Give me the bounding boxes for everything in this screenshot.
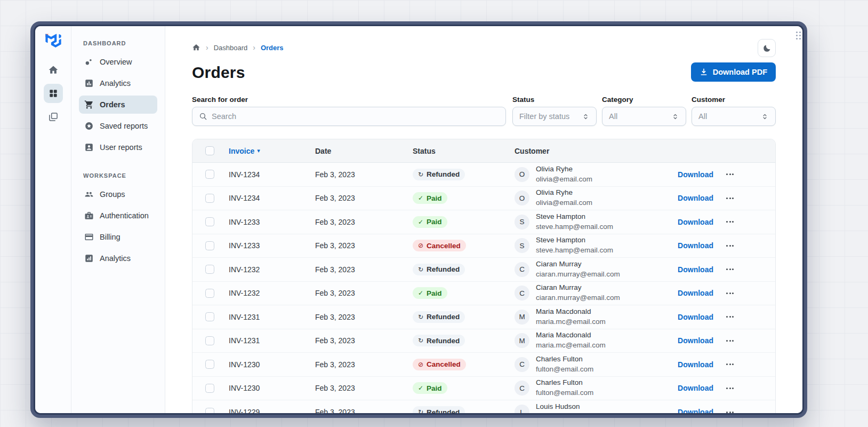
ellipsis-icon[interactable] xyxy=(726,385,734,391)
ellipsis-icon[interactable] xyxy=(726,219,734,225)
sidebar-item-groups[interactable]: Groups xyxy=(79,185,157,203)
block-icon: ⊘ xyxy=(418,242,423,249)
customer-name: Ciaran Murray xyxy=(536,283,620,293)
sidebar-item-label: Overview xyxy=(100,58,132,66)
download-link[interactable]: Download xyxy=(678,360,713,369)
sidebar-item-billing[interactable]: Billing xyxy=(79,228,157,246)
download-link[interactable]: Download xyxy=(678,289,713,297)
customer-name: Charles Fulton xyxy=(536,354,593,365)
row-checkbox[interactable] xyxy=(205,408,214,413)
download-link[interactable]: Download xyxy=(678,170,713,179)
row-checkbox[interactable] xyxy=(205,194,214,203)
theme-toggle-button[interactable] xyxy=(758,39,776,57)
download-link[interactable]: Download xyxy=(678,336,713,345)
filter-group-category: CategoryAll xyxy=(602,96,686,126)
rail-item-dashboard[interactable] xyxy=(44,84,63,103)
status-badge: ↻Refunded xyxy=(413,406,465,413)
home-icon[interactable] xyxy=(192,43,200,52)
column-header-customer[interactable]: Customer xyxy=(512,147,626,155)
sidebar-item-overview[interactable]: Overview xyxy=(79,53,157,71)
search-field[interactable] xyxy=(192,107,506,126)
date-cell: Feb 3, 2023 xyxy=(315,408,413,413)
invoice-cell: INV-1232 xyxy=(229,265,315,274)
table-row: INV-1230Feb 3, 2023⊘CancelledCCharles Fu… xyxy=(192,353,775,377)
filter-select-category[interactable]: All xyxy=(602,107,686,126)
ellipsis-icon[interactable] xyxy=(726,266,734,272)
sidebar-item-analytics[interactable]: Analytics xyxy=(79,249,157,267)
ellipsis-icon[interactable] xyxy=(726,338,734,344)
breadcrumb-item-dashboard[interactable]: Dashboard xyxy=(214,44,248,52)
row-actions: Download xyxy=(626,313,775,321)
ellipsis-icon[interactable] xyxy=(726,290,734,296)
row-checkbox[interactable] xyxy=(205,360,214,369)
download-link[interactable]: Download xyxy=(678,241,713,250)
row-checkbox[interactable] xyxy=(205,241,214,250)
sidebar-item-orders[interactable]: Orders xyxy=(79,96,157,114)
window-scrollbar[interactable] xyxy=(796,31,801,39)
customer-name: Maria Macdonald xyxy=(536,330,606,341)
ellipsis-icon[interactable] xyxy=(726,409,734,413)
customer-email: ciaran.murray@email.com xyxy=(536,270,620,280)
customer-email: olivia@email.com xyxy=(536,198,592,208)
ellipsis-icon[interactable] xyxy=(726,195,734,201)
row-checkbox-cell xyxy=(192,336,229,345)
row-checkbox[interactable] xyxy=(205,170,214,179)
status-badge: ✓Paid xyxy=(413,287,447,299)
nav-section-1: WORKSPACEGroupsAuthenticationBillingAnal… xyxy=(79,172,157,267)
unfold-icon xyxy=(761,113,769,121)
download-link[interactable]: Download xyxy=(678,408,713,413)
row-checkbox[interactable] xyxy=(205,312,214,321)
column-header-invoice[interactable]: Invoice▾ xyxy=(229,147,315,155)
rail-item-home[interactable] xyxy=(44,60,63,80)
row-checkbox[interactable] xyxy=(205,265,214,274)
row-checkbox[interactable] xyxy=(205,336,214,345)
sort-label: Invoice xyxy=(229,147,254,155)
status-label: Paid xyxy=(427,218,442,226)
mui-logo xyxy=(45,34,61,48)
download-link[interactable]: Download xyxy=(678,218,713,226)
ellipsis-icon[interactable] xyxy=(726,314,734,320)
icon-rail xyxy=(35,26,71,413)
refresh-icon: ↻ xyxy=(418,337,423,344)
date-cell: Feb 3, 2023 xyxy=(315,241,413,250)
row-checkbox[interactable] xyxy=(205,217,214,226)
customer-cell: CCharles Fultonfulton@email.com xyxy=(512,354,626,375)
breadcrumb-item-orders[interactable]: Orders xyxy=(261,44,284,52)
row-actions: Download xyxy=(626,408,775,413)
sidebar-item-authentication[interactable]: Authentication xyxy=(79,207,157,225)
download-link[interactable]: Download xyxy=(678,384,713,392)
ellipsis-icon[interactable] xyxy=(726,171,734,177)
column-header-status[interactable]: Status xyxy=(413,147,512,155)
ellipsis-icon[interactable] xyxy=(726,361,734,367)
ellipsis-icon[interactable] xyxy=(726,243,734,249)
dashboard-icon xyxy=(48,88,59,99)
search-icon xyxy=(199,112,207,121)
download-link[interactable]: Download xyxy=(678,194,713,202)
sidebar-item-user-reports[interactable]: User reports xyxy=(79,138,157,156)
refresh-icon: ↻ xyxy=(418,313,423,321)
column-header-date[interactable]: Date xyxy=(315,147,413,155)
customer-email: maria.mc@email.com xyxy=(536,317,606,327)
search-input[interactable] xyxy=(212,112,499,121)
sidebar-item-saved-reports[interactable]: Saved reports xyxy=(79,117,157,135)
invoice-cell: INV-1233 xyxy=(229,218,315,226)
date-cell: Feb 3, 2023 xyxy=(315,194,413,202)
download-pdf-button[interactable]: Download PDF xyxy=(691,62,776,82)
customer-cell: OOlivia Ryheolivia@email.com xyxy=(512,188,626,208)
download-link[interactable]: Download xyxy=(678,313,713,321)
moon-icon xyxy=(762,44,771,53)
download-link[interactable]: Download xyxy=(678,265,713,274)
filter-select-status[interactable]: Filter by status xyxy=(512,107,597,126)
customer-text: Steve Hamptonsteve.hamp@email.com xyxy=(536,235,613,256)
row-checkbox[interactable] xyxy=(205,384,214,393)
row-checkbox[interactable] xyxy=(205,289,214,298)
avatar: C xyxy=(515,381,529,396)
check-icon: ✓ xyxy=(418,384,423,392)
select-all-checkbox[interactable] xyxy=(205,146,214,155)
table-row: INV-1233Feb 3, 2023⊘CancelledSSteve Hamp… xyxy=(192,234,775,258)
date-cell: Feb 3, 2023 xyxy=(315,360,413,369)
sidebar-item-analytics[interactable]: Analytics xyxy=(79,74,157,92)
row-checkbox-cell xyxy=(192,360,229,369)
rail-item-layers[interactable] xyxy=(44,107,63,126)
filter-select-customer[interactable]: All xyxy=(692,107,776,126)
